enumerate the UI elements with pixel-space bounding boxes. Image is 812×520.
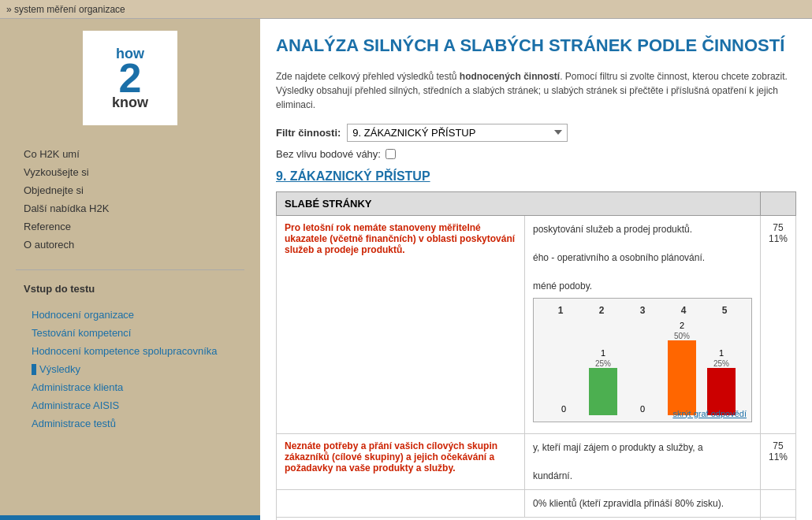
table-header-slabe: SLABÉ STRÁNKY (277, 191, 761, 215)
filter-label: Filtr činnosti: (276, 127, 341, 139)
hide-chart-link[interactable]: skrýt graf odpovědí (672, 409, 747, 418)
logo-text: how 2 know (112, 46, 148, 110)
table-header-score (760, 191, 795, 215)
table-row: Pro letošní rok nemáte stanoveny měřitel… (277, 215, 796, 433)
sidebar-section-title: Vstup do testu (0, 278, 260, 298)
sidebar-item-reference[interactable]: Reference (24, 217, 260, 236)
sidebar-item-admin-klienta[interactable]: Administrace klienta (24, 378, 260, 396)
bar-value-5: 1 (719, 348, 724, 358)
row1-detail-cell: poskytování služeb a prodej produktů.ého… (524, 215, 760, 433)
col-label-4: 4 (664, 305, 703, 316)
checkbox-label: Bez vlivu bodové váhy: (276, 148, 381, 160)
bar-chart: 1 2 3 4 5 0 (533, 298, 752, 422)
bar-value-3: 0 (640, 404, 645, 414)
section-heading[interactable]: 9. ZÁKAZNICKÝ PŘÍSTUP (276, 169, 796, 184)
bar-pct-4: 50% (674, 332, 690, 340)
sidebar-item-vysledky[interactable]: Výsledky (24, 360, 260, 378)
col-label-5: 5 (705, 305, 744, 316)
table-row: 0% klientů (kteří zpravidla přináší 80% … (277, 489, 796, 517)
main-content: ANALÝZA SILNÝCH A SLABÝCH STRÁNEK PODLE … (260, 19, 812, 520)
bar-pct-2: 25% (595, 359, 611, 368)
sidebar-item-objednejte[interactable]: Objednejte si (24, 181, 260, 199)
col-label-3: 3 (623, 305, 662, 316)
sidebar-item-hodnoceni-kompetence[interactable]: Hodnocení kompetence spolupracovníka (24, 342, 260, 360)
checkbox-row: Bez vlivu bodové váhy: (276, 148, 796, 160)
bar-value-4: 2 (680, 321, 684, 330)
sidebar-item-o-autorech[interactable]: O autorech (24, 236, 260, 254)
row3-detail: 0% klientů (kteří zpravidla přináší 80% … (533, 496, 752, 511)
sidebar-bottom-bar (0, 515, 260, 520)
row2-red-text: Neznáte potřeby a přání vašich cílových … (285, 440, 516, 474)
row1-main-cell: Pro letošní rok nemáte stanoveny měřitel… (277, 215, 525, 433)
page-title: ANALÝZA SILNÝCH A SLABÝCH STRÁNEK PODLE … (276, 35, 796, 58)
row2-detail-cell: y, kteří mají zájem o produkty a služby,… (524, 433, 760, 489)
sidebar-item-testovani-kompetenci[interactable]: Testování kompetencí (24, 324, 260, 342)
table-row: Neznáte potřeby a přání vašich cílových … (277, 433, 796, 489)
sidebar-item-co-h2k[interactable]: Co H2K umí (24, 145, 260, 163)
bar-fill-4 (668, 340, 696, 415)
row1-pct: 11% (769, 233, 788, 244)
bar-value-2: 1 (601, 348, 605, 358)
page-description: Zde najdete celkový přehled výsledků tes… (276, 69, 796, 112)
sidebar-item-admin-testu[interactable]: Administrace testů (24, 414, 260, 433)
sidebar-item-hodnoceni-organizace[interactable]: Hodnocení organizace (24, 306, 260, 324)
sidebar: how 2 know Co H2K umí Vyzkoušejte si Obj… (0, 19, 260, 520)
bar-col-2: 1 25% (583, 321, 623, 415)
bar-chart-header: 1 2 3 4 5 (540, 305, 745, 316)
bar-chart-bars: 0 1 25% (540, 321, 745, 415)
sidebar-test-nav: Hodnocení organizace Testování kompetenc… (0, 298, 260, 440)
row2-score: 75 (769, 440, 788, 451)
bar-col-3: 0 (623, 321, 662, 415)
bar-col-4: 2 50% (662, 321, 702, 415)
row4-main-cell: V organizaci není pověřena konkrétní oso… (277, 517, 761, 520)
active-indicator (32, 364, 36, 375)
bar-fill-5 (707, 368, 736, 415)
row3-detail-cell: 0% klientů (kteří zpravidla přináší 80% … (524, 489, 760, 517)
row2-score-cell: 75 11% (760, 433, 795, 489)
row1-score: 75 (769, 222, 788, 233)
table-row: V organizaci není pověřena konkrétní oso… (277, 517, 796, 520)
bar-value-1: 0 (561, 404, 566, 414)
bar-pct-5: 25% (713, 359, 729, 368)
row3-main-cell (277, 489, 525, 517)
logo[interactable]: how 2 know (83, 31, 177, 125)
row3-score-cell (760, 489, 795, 517)
title-bar: » system měření organizace (0, 0, 812, 19)
sidebar-divider (16, 269, 244, 270)
filter-select[interactable]: 9. ZÁKAZNICKÝ PŘÍSTUP (347, 124, 568, 142)
col-label-1: 1 (541, 305, 580, 316)
row2-pct: 11% (769, 451, 788, 462)
bodova-vaha-checkbox[interactable] (386, 149, 396, 159)
row2-main-cell: Neznáte potřeby a přání vašich cílových … (277, 433, 525, 489)
row1-score-cell: 75 11% (760, 215, 795, 433)
row2-detail: y, kteří mají zájem o produkty a služby,… (533, 440, 752, 483)
bar-col-1: 0 (544, 321, 583, 415)
row1-red-text: Pro letošní rok nemáte stanoveny měřitel… (285, 222, 516, 255)
sidebar-item-vyzkousejte[interactable]: Vyzkoušejte si (24, 163, 260, 181)
filter-row: Filtr činnosti: 9. ZÁKAZNICKÝ PŘÍSTUP (276, 124, 796, 142)
title-bar-text: » system měření organizace (6, 4, 125, 15)
sidebar-item-dalsi-nabidka[interactable]: Další nabídka H2K (24, 199, 260, 217)
bar-col-5: 1 25% (702, 321, 741, 415)
row1-detail: poskytování služeb a prodej produktů.ého… (533, 222, 752, 293)
sidebar-item-admin-aisis[interactable]: Administrace AISIS (24, 396, 260, 414)
bar-fill-2 (589, 368, 617, 415)
col-label-2: 2 (582, 305, 621, 316)
content-table: SLABÉ STRÁNKY Pro letošní rok nemáte sta… (276, 191, 796, 520)
sidebar-main-nav: Co H2K umí Vyzkoušejte si Objednejte si … (0, 137, 260, 262)
row4-score-cell: 75 11% (760, 517, 795, 520)
